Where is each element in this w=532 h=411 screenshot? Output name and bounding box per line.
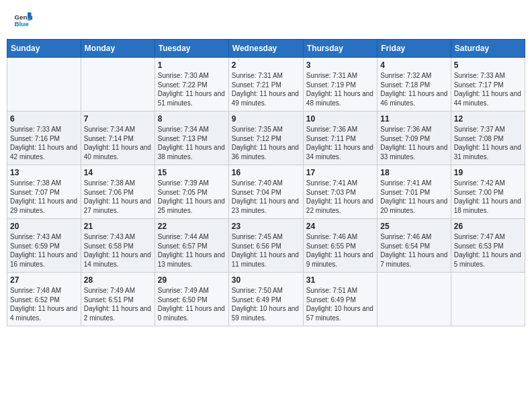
calendar-day [7,58,81,111]
calendar-day: 19Sunrise: 7:42 AM Sunset: 7:00 PM Dayli… [451,165,525,219]
day-number: 13 [10,168,78,177]
calendar-day [378,273,451,326]
calendar-week-4: 20Sunrise: 7:43 AM Sunset: 6:59 PM Dayli… [7,219,525,273]
calendar-day: 27Sunrise: 7:48 AM Sunset: 6:52 PM Dayli… [7,273,81,326]
day-of-week-friday: Friday [378,40,451,58]
day-number: 2 [232,60,300,70]
day-number: 10 [306,114,374,124]
day-number: 6 [10,114,78,124]
day-number: 4 [380,60,447,70]
calendar-day: 29Sunrise: 7:49 AM Sunset: 6:50 PM Dayli… [154,273,228,326]
day-info: Sunrise: 7:43 AM Sunset: 6:59 PM Dayligh… [10,232,78,269]
calendar-day: 3Sunrise: 7:31 AM Sunset: 7:19 PM Daylig… [303,58,377,111]
day-number: 31 [306,275,374,285]
day-info: Sunrise: 7:31 AM Sunset: 7:19 PM Dayligh… [306,71,374,107]
calendar-day: 2Sunrise: 7:31 AM Sunset: 7:21 PM Daylig… [228,58,303,111]
calendar-day: 5Sunrise: 7:33 AM Sunset: 7:17 PM Daylig… [451,58,525,111]
day-info: Sunrise: 7:40 AM Sunset: 7:04 PM Dayligh… [232,179,300,215]
day-number: 24 [306,222,374,231]
calendar-day: 14Sunrise: 7:38 AM Sunset: 7:06 PM Dayli… [81,165,154,219]
day-info: Sunrise: 7:41 AM Sunset: 7:01 PM Dayligh… [380,179,447,215]
day-of-week-sunday: Sunday [7,40,81,58]
page-header: General Blue [7,7,525,32]
calendar-week-1: 1Sunrise: 7:30 AM Sunset: 7:22 PM Daylig… [7,58,525,111]
day-number: 20 [10,222,78,231]
day-number: 25 [380,222,447,231]
day-of-week-thursday: Thursday [303,40,377,58]
calendar-day [451,273,525,326]
day-number: 27 [10,275,78,285]
day-info: Sunrise: 7:46 AM Sunset: 6:54 PM Dayligh… [380,232,447,269]
calendar-day: 16Sunrise: 7:40 AM Sunset: 7:04 PM Dayli… [228,165,303,219]
calendar-week-5: 27Sunrise: 7:48 AM Sunset: 6:52 PM Dayli… [7,273,525,326]
day-info: Sunrise: 7:45 AM Sunset: 6:56 PM Dayligh… [232,232,300,269]
day-number: 3 [306,60,374,70]
calendar-day [81,58,154,111]
day-number: 21 [84,222,152,231]
day-info: Sunrise: 7:38 AM Sunset: 7:06 PM Dayligh… [84,179,152,215]
day-of-week-saturday: Saturday [451,40,525,58]
day-number: 5 [454,60,522,70]
calendar-day: 22Sunrise: 7:44 AM Sunset: 6:57 PM Dayli… [154,219,228,273]
calendar-day: 26Sunrise: 7:47 AM Sunset: 6:53 PM Dayli… [451,219,525,273]
day-of-week-monday: Monday [81,40,154,58]
day-info: Sunrise: 7:48 AM Sunset: 6:52 PM Dayligh… [10,286,78,322]
day-info: Sunrise: 7:33 AM Sunset: 7:17 PM Dayligh… [454,71,522,107]
calendar-day: 20Sunrise: 7:43 AM Sunset: 6:59 PM Dayli… [7,219,81,273]
calendar-day: 25Sunrise: 7:46 AM Sunset: 6:54 PM Dayli… [378,219,451,273]
calendar-day: 28Sunrise: 7:49 AM Sunset: 6:51 PM Dayli… [81,273,154,326]
day-info: Sunrise: 7:30 AM Sunset: 7:22 PM Dayligh… [158,71,226,107]
calendar-day: 4Sunrise: 7:32 AM Sunset: 7:18 PM Daylig… [378,58,451,111]
day-number: 29 [158,275,226,285]
day-info: Sunrise: 7:47 AM Sunset: 6:53 PM Dayligh… [454,232,522,269]
calendar-day: 8Sunrise: 7:34 AM Sunset: 7:13 PM Daylig… [154,111,228,165]
calendar-day: 17Sunrise: 7:41 AM Sunset: 7:03 PM Dayli… [303,165,377,219]
logo-icon: General Blue [13,10,32,29]
calendar-day: 10Sunrise: 7:36 AM Sunset: 7:11 PM Dayli… [303,111,377,165]
day-number: 11 [380,114,447,124]
day-number: 8 [158,114,226,124]
day-of-week-tuesday: Tuesday [154,40,228,58]
day-number: 12 [454,114,522,124]
logo: General Blue [13,10,35,29]
day-info: Sunrise: 7:49 AM Sunset: 6:50 PM Dayligh… [158,286,226,322]
day-info: Sunrise: 7:37 AM Sunset: 7:08 PM Dayligh… [454,125,522,161]
day-number: 9 [232,114,300,124]
day-number: 17 [306,168,374,177]
day-info: Sunrise: 7:42 AM Sunset: 7:00 PM Dayligh… [454,179,522,215]
day-number: 22 [158,222,226,231]
calendar-day: 7Sunrise: 7:34 AM Sunset: 7:14 PM Daylig… [81,111,154,165]
calendar-day: 12Sunrise: 7:37 AM Sunset: 7:08 PM Dayli… [451,111,525,165]
day-info: Sunrise: 7:43 AM Sunset: 6:58 PM Dayligh… [84,232,152,269]
day-info: Sunrise: 7:39 AM Sunset: 7:05 PM Dayligh… [158,179,226,215]
calendar-day: 21Sunrise: 7:43 AM Sunset: 6:58 PM Dayli… [81,219,154,273]
calendar-week-3: 13Sunrise: 7:38 AM Sunset: 7:07 PM Dayli… [7,165,525,219]
day-info: Sunrise: 7:35 AM Sunset: 7:12 PM Dayligh… [232,125,300,161]
day-number: 19 [454,168,522,177]
day-info: Sunrise: 7:32 AM Sunset: 7:18 PM Dayligh… [380,71,447,107]
day-number: 7 [84,114,152,124]
day-info: Sunrise: 7:50 AM Sunset: 6:49 PM Dayligh… [232,286,300,322]
calendar-day: 9Sunrise: 7:35 AM Sunset: 7:12 PM Daylig… [228,111,303,165]
calendar-day: 15Sunrise: 7:39 AM Sunset: 7:05 PM Dayli… [154,165,228,219]
day-number: 16 [232,168,300,177]
calendar-day: 18Sunrise: 7:41 AM Sunset: 7:01 PM Dayli… [378,165,451,219]
day-info: Sunrise: 7:36 AM Sunset: 7:09 PM Dayligh… [380,125,447,161]
day-info: Sunrise: 7:51 AM Sunset: 6:49 PM Dayligh… [306,286,374,322]
day-info: Sunrise: 7:41 AM Sunset: 7:03 PM Dayligh… [306,179,374,215]
calendar-day: 13Sunrise: 7:38 AM Sunset: 7:07 PM Dayli… [7,165,81,219]
calendar-day: 31Sunrise: 7:51 AM Sunset: 6:49 PM Dayli… [303,273,377,326]
calendar-day: 23Sunrise: 7:45 AM Sunset: 6:56 PM Dayli… [228,219,303,273]
day-number: 15 [158,168,226,177]
day-info: Sunrise: 7:38 AM Sunset: 7:07 PM Dayligh… [10,179,78,215]
calendar-day: 24Sunrise: 7:46 AM Sunset: 6:55 PM Dayli… [303,219,377,273]
day-info: Sunrise: 7:34 AM Sunset: 7:13 PM Dayligh… [158,125,226,161]
day-number: 30 [232,275,300,285]
day-number: 18 [380,168,447,177]
calendar-day: 6Sunrise: 7:33 AM Sunset: 7:16 PM Daylig… [7,111,81,165]
calendar-day: 30Sunrise: 7:50 AM Sunset: 6:49 PM Dayli… [228,273,303,326]
day-info: Sunrise: 7:33 AM Sunset: 7:16 PM Dayligh… [10,125,78,161]
svg-text:Blue: Blue [14,20,29,28]
day-info: Sunrise: 7:44 AM Sunset: 6:57 PM Dayligh… [158,232,226,269]
day-info: Sunrise: 7:36 AM Sunset: 7:11 PM Dayligh… [306,125,374,161]
